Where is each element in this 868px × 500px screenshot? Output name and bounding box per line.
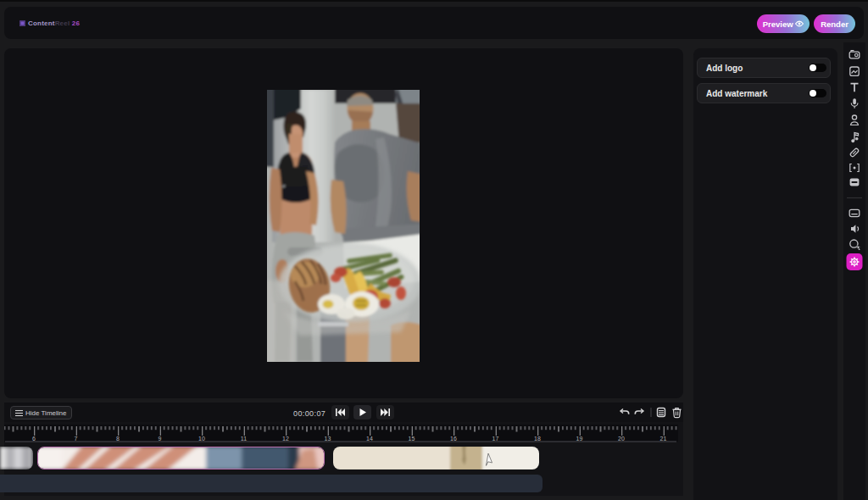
- svg-text:21: 21: [660, 436, 667, 442]
- svg-text:19: 19: [576, 436, 583, 442]
- svg-text:15: 15: [409, 436, 415, 442]
- svg-text:20: 20: [618, 436, 625, 442]
- svg-text:12: 12: [282, 436, 289, 442]
- svg-text:11: 11: [241, 436, 247, 442]
- svg-text:10: 10: [198, 436, 205, 442]
- svg-text:8: 8: [116, 436, 120, 442]
- svg-text:18: 18: [534, 436, 541, 442]
- svg-text:13: 13: [325, 436, 331, 442]
- svg-text:17: 17: [492, 436, 499, 442]
- svg-text:7: 7: [75, 436, 78, 442]
- svg-text:6: 6: [32, 436, 36, 442]
- svg-text:16: 16: [450, 436, 457, 442]
- svg-text:14: 14: [366, 436, 373, 442]
- svg-text:9: 9: [159, 436, 162, 442]
